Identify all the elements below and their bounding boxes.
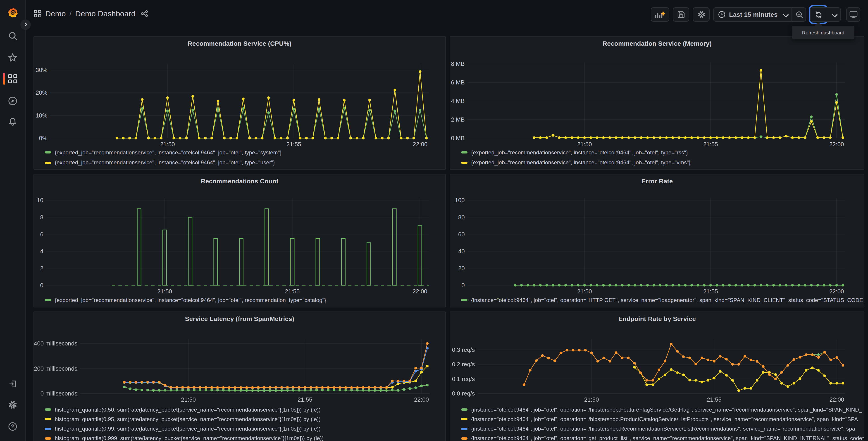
svg-text:4: 4 [40, 248, 43, 255]
svg-text:20: 20 [458, 265, 465, 272]
svg-text:2 MB: 2 MB [451, 116, 465, 123]
svg-text:22:00: 22:00 [414, 396, 429, 403]
svg-text:21:55: 21:55 [286, 141, 301, 148]
svg-text:21:50: 21:50 [577, 288, 592, 295]
svg-text:22:00: 22:00 [412, 288, 427, 295]
svg-text:6: 6 [40, 231, 43, 238]
svg-text:400 milliseconds: 400 milliseconds [34, 340, 78, 347]
svg-text:10: 10 [37, 197, 43, 204]
svg-text:22:00: 22:00 [829, 288, 844, 295]
svg-text:0.2 req/s: 0.2 req/s [452, 361, 475, 368]
svg-text:21:50: 21:50 [577, 141, 592, 148]
svg-text:8: 8 [40, 214, 43, 221]
svg-text:21:50: 21:50 [160, 141, 175, 148]
svg-text:0: 0 [461, 282, 465, 289]
svg-text:22:00: 22:00 [413, 141, 428, 148]
svg-text:200 milliseconds: 200 milliseconds [34, 365, 78, 372]
svg-text:60: 60 [458, 231, 465, 238]
svg-text:21:55: 21:55 [285, 288, 300, 295]
svg-text:0.3 req/s: 0.3 req/s [452, 346, 475, 353]
svg-text:0%: 0% [39, 135, 48, 142]
svg-text:0 milliseconds: 0 milliseconds [40, 390, 78, 397]
svg-text:0 MB: 0 MB [451, 135, 465, 142]
svg-text:21:50: 21:50 [157, 288, 172, 295]
svg-text:0.1 req/s: 0.1 req/s [452, 376, 475, 382]
svg-text:20%: 20% [36, 89, 48, 96]
svg-text:6 MB: 6 MB [451, 79, 465, 86]
svg-text:80: 80 [458, 214, 465, 221]
svg-text:2: 2 [40, 265, 43, 272]
svg-text:21:55: 21:55 [298, 396, 312, 403]
svg-text:21:55: 21:55 [703, 288, 718, 295]
svg-text:30%: 30% [36, 66, 48, 74]
svg-text:22:00: 22:00 [829, 141, 844, 148]
svg-text:40: 40 [458, 248, 465, 255]
svg-text:8 MB: 8 MB [451, 60, 465, 67]
svg-text:0.0 req/s: 0.0 req/s [452, 390, 475, 397]
svg-text:100: 100 [455, 197, 465, 204]
svg-text:?: ? [11, 423, 14, 430]
svg-text:10%: 10% [36, 112, 48, 119]
svg-text:21:50: 21:50 [181, 396, 196, 403]
svg-text:22:00: 22:00 [830, 396, 844, 403]
svg-text:4 MB: 4 MB [451, 97, 465, 105]
svg-text:21:55: 21:55 [707, 396, 722, 403]
svg-text:21:50: 21:50 [584, 396, 599, 403]
svg-text:0: 0 [40, 282, 43, 289]
svg-text:21:55: 21:55 [703, 141, 718, 148]
